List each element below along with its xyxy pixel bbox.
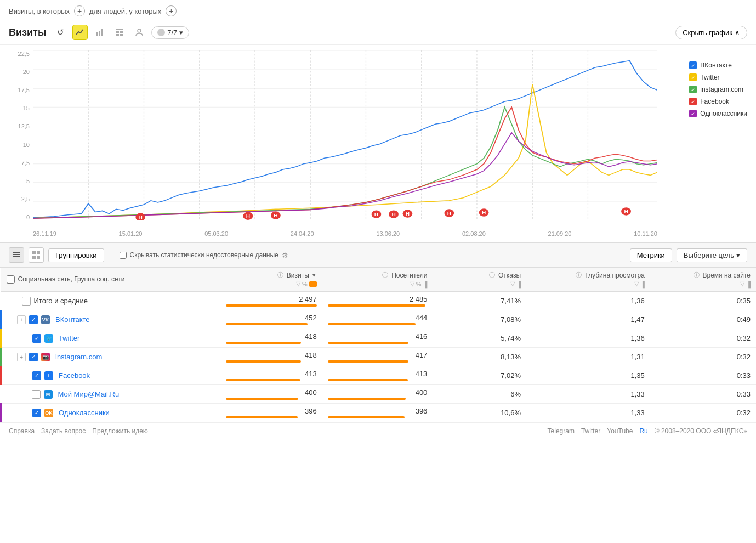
time-info-icon[interactable]: ⓘ bbox=[694, 271, 700, 279]
visitors-filter-icon[interactable]: ▽ bbox=[410, 280, 414, 287]
x-label-2: 05.03.20 bbox=[204, 230, 228, 237]
depth-bar-icon[interactable]: ▐ bbox=[640, 281, 645, 287]
footer-lang[interactable]: Ru bbox=[639, 427, 647, 435]
bounces-bar-icon[interactable]: ▐ bbox=[516, 281, 521, 287]
chart-svg: Н Н Н Н Н Н Н Н Н bbox=[33, 50, 657, 220]
legend-vk[interactable]: ✓ ВКонтакте bbox=[689, 61, 747, 69]
y-label-8: 2,5 bbox=[21, 196, 30, 202]
visitors-info-icon[interactable]: ⓘ bbox=[382, 271, 388, 279]
row-checkbox-vk[interactable]: ✓ bbox=[29, 315, 38, 324]
row-checkbox-ok[interactable]: ✓ bbox=[32, 409, 41, 417]
footer-telegram-link[interactable]: Telegram bbox=[548, 427, 575, 435]
metrics-btn[interactable]: Метрики bbox=[630, 248, 672, 262]
visits-percent-icon[interactable]: % bbox=[302, 281, 308, 287]
svg-text:Н: Н bbox=[624, 209, 628, 214]
row-visits-vk: 452 bbox=[220, 310, 322, 329]
row-depth-twitter: 1,36 bbox=[526, 329, 650, 348]
select-all-checkbox[interactable] bbox=[7, 275, 15, 284]
settings-icon[interactable]: ⚙ bbox=[282, 251, 288, 259]
legend-facebook[interactable]: ✓ Facebook bbox=[689, 98, 747, 105]
row-bounces-mailru: 6% bbox=[433, 385, 526, 404]
visits-add-filter-btn[interactable]: + bbox=[74, 5, 85, 16]
row-name-ok: ✓OKОдноклассники bbox=[1, 404, 220, 422]
svg-rect-3 bbox=[116, 29, 123, 30]
visits-sort-icon[interactable]: ▼ bbox=[311, 272, 317, 278]
y-label-5: 10 bbox=[23, 142, 30, 148]
visitors-percent-icon[interactable]: % bbox=[416, 281, 422, 287]
hide-chart-btn[interactable]: Скрыть график ∧ bbox=[675, 26, 747, 39]
y-axis: 22,5 20 17,5 15 12,5 10 7,5 5 2,5 0 bbox=[9, 50, 33, 220]
y-label-7: 5 bbox=[26, 178, 30, 184]
row-name-text-twitter: Twitter bbox=[59, 334, 79, 342]
time-filter-icon[interactable]: ▽ bbox=[740, 280, 744, 287]
row-depth-ok: 1,33 bbox=[526, 404, 650, 422]
row-checkbox-facebook[interactable]: ✓ bbox=[32, 371, 41, 380]
row-visits-instagram: 418 bbox=[220, 348, 322, 366]
row-visitors-twitter: 416 bbox=[322, 329, 433, 348]
list-view-btn[interactable] bbox=[9, 247, 24, 263]
groupings-btn[interactable]: Группировки bbox=[48, 248, 104, 262]
svg-point-8 bbox=[138, 29, 141, 32]
row-visits-ok: 396 bbox=[220, 404, 322, 422]
expand-btn-instagram[interactable]: + bbox=[17, 353, 26, 361]
svg-rect-52 bbox=[37, 251, 40, 254]
bar-chart-btn[interactable] bbox=[92, 25, 107, 40]
footer-links-right: Telegram Twitter YouTube Ru © 2008–2020 … bbox=[548, 427, 747, 435]
time-bar-icon[interactable]: ▐ bbox=[746, 281, 751, 287]
select-goal-btn[interactable]: Выберите цель ▾ bbox=[677, 248, 747, 262]
footer-help-link[interactable]: Справка bbox=[9, 427, 35, 435]
footer-youtube-link[interactable]: YouTube bbox=[607, 427, 633, 435]
refresh-btn[interactable]: ↺ bbox=[53, 25, 68, 40]
x-label-4: 13.06.20 bbox=[376, 230, 400, 237]
hide-stat-checkbox[interactable] bbox=[120, 252, 127, 259]
y-label-9: 0 bbox=[26, 214, 30, 220]
depth-column-header: ⓘ Глубина просмотра ▽ ▐ bbox=[532, 271, 645, 287]
row-bounces-twitter: 5,74% bbox=[433, 329, 526, 348]
expand-btn-vk[interactable]: + bbox=[17, 315, 26, 324]
depth-info-icon[interactable]: ⓘ bbox=[576, 271, 582, 279]
row-checkbox-twitter[interactable]: ✓ bbox=[32, 334, 41, 343]
people-btn[interactable] bbox=[132, 25, 147, 40]
svg-rect-54 bbox=[37, 256, 40, 259]
row-name-vk: +✓VKВКонтакте bbox=[1, 310, 220, 329]
row-checkbox-total[interactable] bbox=[22, 297, 31, 306]
y-label-4: 12,5 bbox=[18, 123, 30, 129]
row-name-text-facebook: Facebook bbox=[59, 371, 90, 380]
table-chart-btn[interactable] bbox=[112, 25, 127, 40]
footer-ask-link[interactable]: Задать вопрос bbox=[41, 427, 86, 435]
row-checkbox-mailru[interactable] bbox=[32, 390, 41, 399]
depth-filter-icon[interactable]: ▽ bbox=[634, 280, 639, 287]
svg-rect-50 bbox=[13, 256, 20, 257]
hide-stat-checkbox-label[interactable]: Скрывать статистически недостоверные дан… bbox=[120, 251, 288, 259]
table-toolbar: Группировки Скрывать статистически недос… bbox=[0, 242, 756, 268]
facebook-icon: f bbox=[44, 371, 53, 380]
row-depth-instagram: 1,31 bbox=[526, 348, 650, 366]
segments-selector[interactable]: 7/7 ▾ bbox=[151, 26, 189, 39]
visitors-bar-icon[interactable]: ▐ bbox=[423, 281, 428, 287]
legend-ok[interactable]: ✓ Одноклассники bbox=[689, 110, 747, 117]
table-row: +✓📷instagram.com4184178,13%1,310:32 bbox=[1, 348, 757, 366]
bounces-info-icon[interactable]: ⓘ bbox=[489, 271, 495, 279]
row-depth-total: 1,36 bbox=[526, 291, 650, 310]
compact-view-btn[interactable] bbox=[29, 247, 44, 263]
legend-instagram[interactable]: ✓ instagram.com bbox=[689, 86, 747, 93]
table-row: ✓🐦Twitter4184165,74%1,360:32 bbox=[1, 329, 757, 348]
legend-ok-label: Одноклассники bbox=[700, 110, 747, 117]
visits-info-icon[interactable]: ⓘ bbox=[277, 271, 283, 279]
visits-bar-icon[interactable] bbox=[309, 281, 317, 287]
footer-twitter-link[interactable]: Twitter bbox=[581, 427, 600, 435]
legend-twitter[interactable]: ✓ Twitter bbox=[689, 73, 747, 81]
visits-filter-icon[interactable]: ▽ bbox=[296, 280, 300, 287]
row-checkbox-instagram[interactable]: ✓ bbox=[29, 353, 38, 361]
people-filter-label: для людей, у которых bbox=[89, 7, 161, 15]
svg-rect-48 bbox=[13, 252, 20, 253]
people-add-filter-btn[interactable]: + bbox=[166, 5, 177, 16]
bounces-filter-icon[interactable]: ▽ bbox=[510, 280, 515, 287]
svg-rect-1 bbox=[99, 31, 100, 36]
svg-rect-49 bbox=[13, 254, 20, 255]
mail-icon: M bbox=[44, 390, 53, 399]
svg-text:Н: Н bbox=[406, 212, 410, 217]
x-label-0: 26.11.19 bbox=[33, 230, 56, 237]
footer-suggest-link[interactable]: Предложить идею bbox=[92, 427, 148, 435]
line-chart-btn[interactable] bbox=[72, 25, 88, 40]
